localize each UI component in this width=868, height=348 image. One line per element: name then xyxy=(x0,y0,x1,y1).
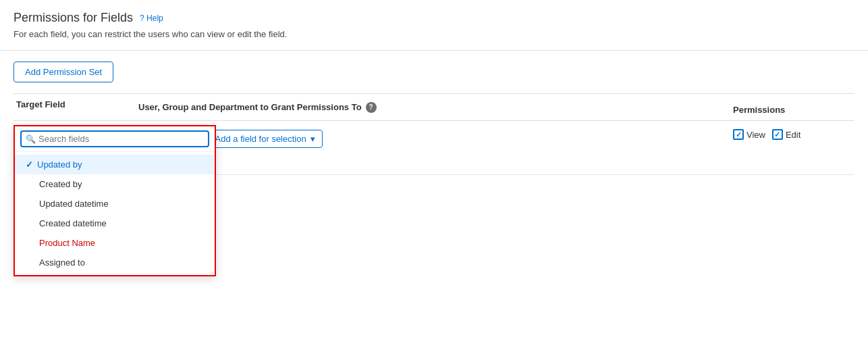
page-header: Permissions for Fields ? Help xyxy=(13,11,855,25)
add-permission-set-button[interactable]: Add Permission Set xyxy=(13,61,113,82)
dropdown-item-label: Created by xyxy=(39,179,82,189)
dropdown-item-updated-by[interactable]: ✓ Updated by xyxy=(15,155,215,174)
dropdown-search-wrapper: 🔍 xyxy=(20,130,209,147)
field-dropdown-panel: 🔍 ✓ Updated by Created by xyxy=(13,125,216,276)
add-field-for-selection-button[interactable]: Add a field for selection ▾ xyxy=(208,130,323,148)
section-divider xyxy=(0,50,868,51)
dropdown-item-label: Product Name xyxy=(39,238,95,248)
check-icon: ✓ xyxy=(26,159,33,170)
col-permissions-header: Permissions xyxy=(733,99,855,115)
view-label: View xyxy=(747,130,765,140)
dropdown-list: ✓ Updated by Created by Updated datetime… xyxy=(15,152,215,275)
dropdown-item-label: Assigned to xyxy=(39,257,85,268)
user-group-help-icon[interactable]: ? xyxy=(366,102,377,113)
table-header: Target Field User, Group and Department … xyxy=(13,93,855,121)
dropdown-search-input[interactable] xyxy=(38,134,204,144)
dropdown-item-product-name[interactable]: Product Name xyxy=(15,233,215,253)
page-description: For each field, you can restrict the use… xyxy=(13,29,855,39)
user-search-area: 🔍 👤 or Add a field for selection ▾ xyxy=(138,128,733,149)
dropdown-item-label: Updated by xyxy=(37,159,82,170)
user-group-cell: 🔍 👤 or Add a field for selection ▾ or De… xyxy=(138,125,733,174)
add-field-label: Add a field for selection xyxy=(215,134,306,144)
page-title: Permissions for Fields xyxy=(13,11,133,25)
dropdown-item-created-by[interactable]: Created by xyxy=(15,174,215,194)
dropdown-item-updated-datetime[interactable]: Updated datetime xyxy=(15,194,215,214)
permissions-cell: View Edit xyxy=(733,125,855,140)
view-checkbox[interactable] xyxy=(733,129,744,140)
page-container: Permissions for Fields ? Help For each f… xyxy=(0,0,868,186)
dropdown-search-row: 🔍 xyxy=(15,126,215,152)
view-checkbox-label[interactable]: View xyxy=(733,129,765,140)
edit-checkbox[interactable] xyxy=(772,129,783,140)
edit-label: Edit xyxy=(786,130,801,140)
col-target-field-header: Target Field xyxy=(13,99,138,115)
dropdown-item-created-datetime[interactable]: Created datetime xyxy=(15,214,215,233)
dropdown-search-icon: 🔍 xyxy=(26,134,36,144)
dropdown-item-label: Updated datetime xyxy=(39,199,109,209)
table-row: Updated by ▾ Add User 🔍 ✓ xyxy=(13,121,855,175)
target-field-cell: Updated by ▾ Add User 🔍 ✓ xyxy=(13,125,138,156)
edit-checkbox-label[interactable]: Edit xyxy=(772,129,801,140)
dropdown-item-label: Created datetime xyxy=(39,218,107,228)
add-field-chevron-icon: ▾ xyxy=(310,134,315,144)
help-link[interactable]: ? Help xyxy=(140,14,163,23)
dropdown-item-assigned-to[interactable]: Assigned to xyxy=(15,253,215,272)
col-user-group-header: User, Group and Department to Grant Perm… xyxy=(138,99,733,115)
